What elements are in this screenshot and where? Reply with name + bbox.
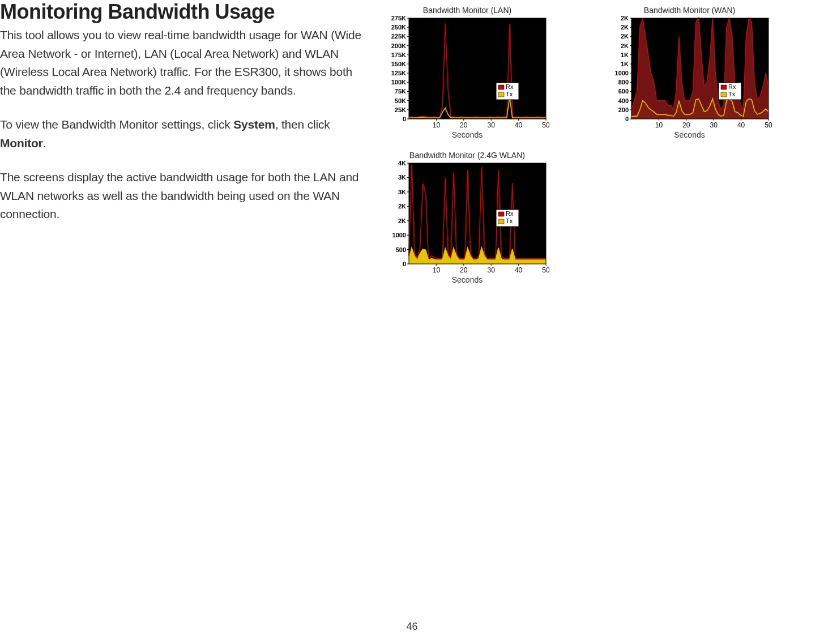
- svg-text:175K: 175K: [391, 52, 406, 58]
- svg-text:4K: 4K: [398, 161, 406, 167]
- chart-wlan: Bandwidth Monitor (2.4G WLAN) 4K3K3K2K2K…: [385, 151, 549, 284]
- svg-text:Rx: Rx: [506, 83, 514, 90]
- page-number: 46: [0, 621, 824, 633]
- body-paragraph-1: This tool allows you to view real-time b…: [0, 26, 368, 100]
- chart-lan-svg: 275K250K225K200K175K150K125K100K75K50K25…: [385, 16, 549, 129]
- svg-text:250K: 250K: [391, 24, 406, 31]
- svg-text:2K: 2K: [620, 24, 628, 31]
- svg-text:2K: 2K: [620, 16, 628, 22]
- svg-text:275K: 275K: [391, 16, 406, 22]
- svg-text:Tx: Tx: [506, 217, 513, 224]
- svg-text:200: 200: [618, 106, 628, 113]
- chart-wlan-title: Bandwidth Monitor (2.4G WLAN): [385, 151, 549, 160]
- svg-text:0: 0: [625, 116, 628, 122]
- svg-text:20: 20: [682, 121, 690, 129]
- svg-text:225K: 225K: [391, 33, 406, 40]
- svg-rect-79: [721, 92, 727, 97]
- svg-text:3K: 3K: [398, 189, 406, 195]
- body-paragraph-2: To view the Bandwidth Monitor settings, …: [0, 116, 368, 152]
- svg-text:30: 30: [710, 121, 718, 129]
- svg-text:10: 10: [655, 121, 663, 129]
- svg-rect-36: [498, 85, 504, 89]
- svg-text:500: 500: [396, 246, 406, 253]
- charts-grid: Bandwidth Monitor (LAN) 275K250K225K200K…: [385, 6, 818, 284]
- chart-wan: Bandwidth Monitor (WAN) 2K2K2K2K1K1K1000…: [608, 6, 772, 139]
- chart-wan-svg: 2K2K2K2K1K1K100080060040020001020304050R…: [608, 16, 772, 129]
- svg-text:1000: 1000: [392, 232, 406, 238]
- svg-text:Tx: Tx: [728, 91, 736, 97]
- para2-text-c: , then click: [275, 118, 330, 131]
- svg-text:50: 50: [542, 266, 549, 274]
- svg-text:400: 400: [618, 97, 628, 104]
- svg-text:2K: 2K: [398, 217, 406, 224]
- svg-text:10: 10: [433, 121, 441, 129]
- svg-text:Rx: Rx: [728, 83, 736, 90]
- svg-text:1K: 1K: [620, 52, 628, 58]
- page-heading: Monitoring Bandwidth Usage: [0, 0, 368, 24]
- svg-rect-110: [498, 212, 504, 216]
- para2-text-e: .: [43, 137, 46, 150]
- svg-text:2K: 2K: [620, 33, 628, 40]
- svg-text:2K: 2K: [398, 203, 406, 210]
- chart-wlan-xlabel: Seconds: [385, 275, 549, 284]
- svg-text:20: 20: [460, 266, 468, 274]
- para2-text-a: To view the Bandwidth Monitor settings, …: [0, 118, 233, 131]
- svg-text:1K: 1K: [620, 61, 628, 67]
- svg-text:10: 10: [433, 266, 441, 274]
- svg-text:Rx: Rx: [506, 210, 514, 217]
- svg-text:50: 50: [542, 121, 549, 129]
- chart-lan-title: Bandwidth Monitor (LAN): [385, 6, 549, 15]
- svg-rect-38: [498, 92, 504, 97]
- svg-rect-112: [498, 219, 504, 224]
- svg-text:1000: 1000: [614, 70, 628, 76]
- svg-text:0: 0: [403, 261, 406, 267]
- svg-text:20: 20: [460, 121, 468, 129]
- para2-bold-monitor: Monitor: [0, 137, 43, 150]
- chart-wan-xlabel: Seconds: [608, 130, 772, 139]
- svg-text:2K: 2K: [620, 42, 628, 49]
- svg-text:30: 30: [488, 121, 496, 129]
- chart-wan-title: Bandwidth Monitor (WAN): [608, 6, 772, 15]
- svg-text:40: 40: [737, 121, 745, 129]
- svg-text:30: 30: [488, 266, 496, 274]
- chart-wlan-svg: 4K3K3K2K2K100050001020304050RxTx: [385, 161, 549, 274]
- para2-bold-system: System: [233, 118, 275, 131]
- svg-text:25K: 25K: [395, 106, 406, 113]
- svg-text:0: 0: [403, 116, 406, 122]
- svg-text:50K: 50K: [395, 97, 406, 104]
- svg-rect-82: [409, 163, 546, 264]
- svg-rect-0: [409, 18, 546, 119]
- svg-text:Tx: Tx: [506, 91, 513, 97]
- svg-text:40: 40: [515, 266, 523, 274]
- svg-text:50: 50: [765, 121, 772, 129]
- svg-text:150K: 150K: [391, 61, 406, 67]
- body-paragraph-3: The screens display the active bandwidth…: [0, 168, 368, 224]
- svg-text:40: 40: [515, 121, 523, 129]
- svg-text:75K: 75K: [395, 88, 406, 95]
- chart-lan: Bandwidth Monitor (LAN) 275K250K225K200K…: [385, 6, 549, 139]
- svg-text:200K: 200K: [391, 42, 406, 49]
- svg-rect-77: [721, 85, 727, 89]
- chart-lan-xlabel: Seconds: [385, 130, 549, 139]
- svg-text:800: 800: [618, 79, 628, 86]
- svg-text:600: 600: [618, 88, 628, 95]
- svg-text:100K: 100K: [391, 79, 406, 86]
- svg-text:125K: 125K: [391, 70, 406, 76]
- svg-text:3K: 3K: [398, 174, 406, 181]
